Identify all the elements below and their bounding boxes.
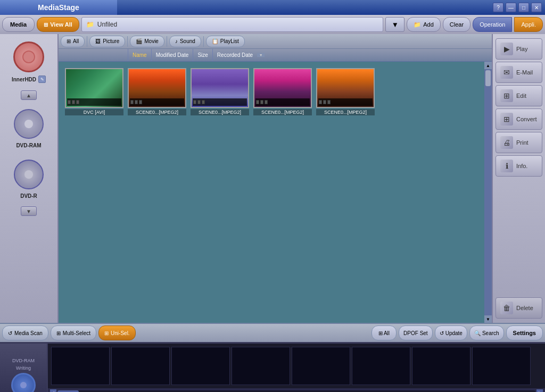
right-panel: ▶ Play ✉ E-Mail ⊞ Edit ⊞ Convert 🖨 Print… xyxy=(492,34,545,323)
sort-icon: ▼ xyxy=(257,53,265,57)
add-icon: 📁 xyxy=(414,21,421,28)
info-label: Info. xyxy=(516,163,527,169)
edit-icon[interactable]: ✎ xyxy=(38,76,46,83)
play-button[interactable]: ▶ Play xyxy=(496,38,542,60)
col-size[interactable]: Size xyxy=(193,49,212,61)
edit-button[interactable]: ⊞ Edit xyxy=(496,85,542,106)
update-label: Update xyxy=(445,330,463,336)
col-name[interactable]: Name xyxy=(128,49,151,61)
film-hole xyxy=(319,100,322,104)
sidebar-nav-down[interactable]: ▼ xyxy=(21,206,37,216)
delete-icon: 🗑 xyxy=(500,302,513,314)
dvd-r-label: DVD-R xyxy=(20,193,37,199)
filter-all-btn[interactable]: ⊞ All xyxy=(61,36,85,47)
multi-select-label: Multi-Select xyxy=(63,330,90,336)
convert-button[interactable]: ⊞ Convert xyxy=(496,109,542,130)
dvd-scroll-right[interactable]: ► xyxy=(536,389,543,392)
col-modified-date[interactable]: Modified Date xyxy=(151,49,193,61)
update-button[interactable]: ↺ Update xyxy=(435,326,467,340)
print-button[interactable]: 🖨 Print xyxy=(496,132,542,153)
col-recorded-date[interactable]: Recorded Date xyxy=(212,49,257,61)
filter-picture-btn[interactable]: 🖼 Picture xyxy=(89,36,125,47)
scroll-down-arrow[interactable]: ▼ xyxy=(484,315,492,323)
close-button[interactable]: ✕ xyxy=(531,3,542,12)
sidebar-item-innerhdd[interactable]: InnerHDD ✎ xyxy=(10,38,48,85)
film-strip-2 xyxy=(130,98,184,106)
settings-button[interactable]: Settings xyxy=(506,326,543,340)
media-item-5[interactable]: SCENE0...[MPEG2] xyxy=(316,68,375,115)
media-scan-button[interactable]: ↺ Media Scan xyxy=(2,326,48,340)
filter-playlist-label: PlayList xyxy=(220,38,239,44)
film-hole xyxy=(130,100,134,104)
media-thumb-1 xyxy=(65,68,123,108)
delete-button[interactable]: 🗑 Delete xyxy=(496,297,542,319)
dvd-slot-1[interactable] xyxy=(51,347,110,385)
media-item-4[interactable]: SCENE0...[MPEG2] xyxy=(253,68,312,115)
scroll-up-arrow[interactable]: ▲ xyxy=(484,62,492,69)
dpof-button[interactable]: DPOF Set xyxy=(399,326,433,340)
dvd-slot-7[interactable] xyxy=(412,347,470,385)
sidebar-item-dvdr[interactable]: DVD-R xyxy=(10,156,47,201)
view-all-button[interactable]: ⊞ View All xyxy=(37,17,79,32)
dvd-scroll-left[interactable]: ◄ xyxy=(50,389,56,392)
scroll-corner: ▼ xyxy=(257,53,265,57)
filter-sound-btn[interactable]: ♪ Sound xyxy=(169,36,201,47)
info-button[interactable]: ℹ Info. xyxy=(496,155,542,177)
clear-button[interactable]: Clear xyxy=(443,17,470,32)
media-label-1: DVC [AVI] xyxy=(65,109,123,115)
email-button[interactable]: ✉ E-Mail xyxy=(496,62,542,83)
media-item-3[interactable]: SCENE0...[MPEG2] xyxy=(191,68,249,115)
filter-movie-btn[interactable]: 🎬 Movie xyxy=(130,36,164,47)
minimize-button[interactable]: — xyxy=(506,3,516,12)
dvd-slot-8[interactable] xyxy=(472,347,531,385)
sidebar-item-dvdram[interactable]: DVD-RAM xyxy=(10,105,47,151)
edit-label: Edit xyxy=(516,93,526,99)
info-icon: ℹ xyxy=(500,160,513,172)
media-item-1[interactable]: DVC [AVI] xyxy=(65,68,123,115)
convert-label: Convert xyxy=(516,116,537,122)
app-title-text: MediaStage xyxy=(38,3,79,12)
dvd-slot-5[interactable] xyxy=(292,347,350,385)
add-button[interactable]: 📁 Add xyxy=(407,17,441,32)
folder-arrow-button[interactable]: ▼ xyxy=(385,17,404,32)
dvd-slot-2[interactable] xyxy=(111,347,170,385)
dvd-ram-disc xyxy=(14,109,44,139)
vertical-scrollbar[interactable]: ▲ ▼ xyxy=(484,62,492,323)
sidebar-nav-up[interactable]: ▲ xyxy=(21,90,37,100)
print-label: Print xyxy=(516,139,529,146)
appli-button[interactable]: Appli. xyxy=(514,17,543,32)
filter-picture-icon: 🖼 xyxy=(95,38,101,44)
dvd-track xyxy=(48,344,545,388)
dvd-slot-3[interactable] xyxy=(171,347,230,385)
email-icon: ✉ xyxy=(500,66,513,79)
dvd-slot-6[interactable] xyxy=(352,347,410,385)
delete-label: Delete xyxy=(516,305,533,311)
film-hole xyxy=(197,100,201,104)
dvd-disc-icon xyxy=(11,373,36,393)
sidebar: InnerHDD ✎ ▲ DVD-RAM DVD-R ▼ xyxy=(0,34,59,323)
col-size-label: Size xyxy=(197,52,208,58)
help-button[interactable]: ? xyxy=(493,3,503,12)
media-grid: DVC [AVI] SCENE0...[MPEG2] xyxy=(59,62,484,323)
dvd-disc-inner xyxy=(20,382,27,388)
maximize-button[interactable]: □ xyxy=(518,3,529,12)
media-item-2[interactable]: SCENE0...[MPEG2] xyxy=(128,68,186,115)
all-small-button[interactable]: ⊞ All xyxy=(371,326,397,340)
film-hole xyxy=(202,100,205,104)
filter-movie-icon: 🎬 xyxy=(136,38,142,44)
film-strip-1 xyxy=(67,98,121,106)
multi-select-button[interactable]: ⊞ Multi-Select xyxy=(51,326,96,340)
film-hole xyxy=(68,100,71,104)
folder-bar: 📁 Unfiled xyxy=(81,17,384,32)
search-button[interactable]: 🔍 Search xyxy=(469,326,504,340)
dvd-slot-4[interactable] xyxy=(232,347,290,385)
dvd-ram-label: DVD-RAM xyxy=(16,143,41,148)
scroll-thumb[interactable] xyxy=(485,70,491,86)
filter-playlist-btn[interactable]: 📋 PlayList xyxy=(206,36,245,47)
uni-sel-button[interactable]: ⊞ Uni-Sel. xyxy=(98,326,136,340)
filter-playlist-icon: 📋 xyxy=(212,38,218,44)
media-button[interactable]: Media xyxy=(2,17,35,32)
operation-button[interactable]: Operation xyxy=(473,17,512,32)
film-hole xyxy=(139,100,142,104)
film-hole xyxy=(76,100,79,104)
